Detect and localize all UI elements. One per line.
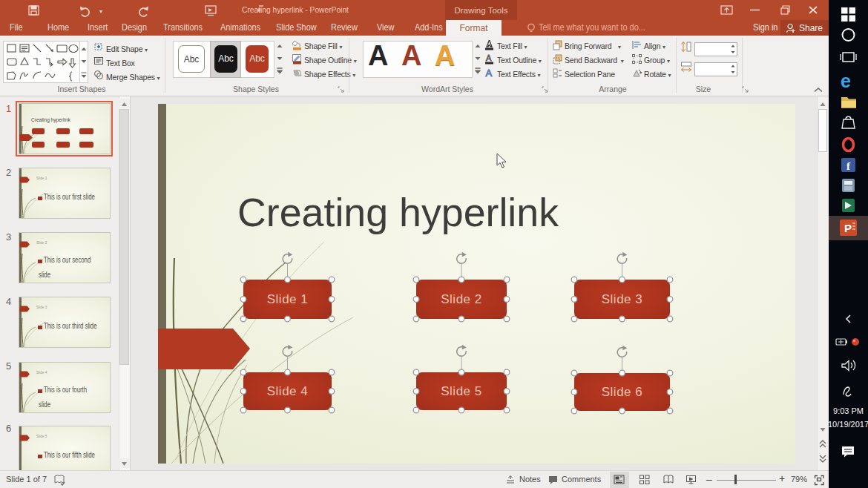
svg-text:A: A [486, 53, 492, 62]
svg-text:10/19/2017: 10/19/2017 [829, 420, 868, 429]
svg-text:A: A [486, 67, 493, 79]
svg-text:e: e [841, 70, 851, 91]
svg-text:P: P [844, 222, 852, 234]
svg-text:9:03 PM: 9:03 PM [833, 406, 864, 415]
svg-text:▾: ▾ [99, 8, 102, 15]
